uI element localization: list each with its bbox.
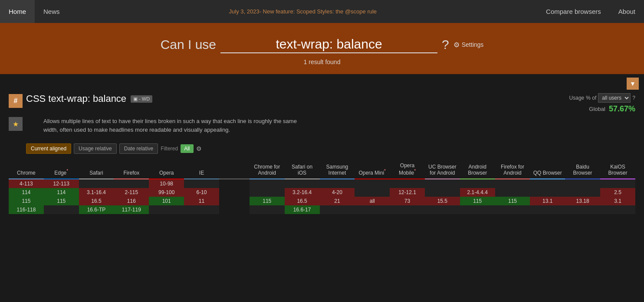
- table-cell[interactable]: 15.5: [425, 197, 460, 205]
- table-cell[interactable]: [460, 179, 495, 188]
- nav-home[interactable]: Home: [0, 0, 35, 23]
- table-cell[interactable]: 4-113: [9, 179, 44, 188]
- table-cell[interactable]: [600, 179, 635, 188]
- table-cell[interactable]: [460, 205, 495, 214]
- table-cell[interactable]: [565, 205, 600, 214]
- table-cell[interactable]: 101: [149, 197, 184, 205]
- table-cell[interactable]: [355, 179, 390, 188]
- usage-help-icon[interactable]: ?: [632, 95, 635, 101]
- table-cell[interactable]: [149, 205, 184, 214]
- table-settings-button[interactable]: ⚙: [196, 145, 202, 152]
- table-cell[interactable]: 21: [320, 197, 355, 205]
- table-cell[interactable]: [530, 188, 565, 197]
- table-cell[interactable]: [355, 188, 390, 197]
- table-cell[interactable]: 6-10: [184, 188, 219, 197]
- help-icon[interactable]: ?: [442, 37, 449, 52]
- th-uc-browser-for-android: UC Browserfor Android: [425, 161, 460, 179]
- table-cell[interactable]: 3.1-16.4: [79, 188, 114, 197]
- usage-label: Usage: [569, 95, 585, 101]
- table-cell[interactable]: [320, 205, 355, 214]
- table-cell[interactable]: 16.6-TP: [79, 205, 114, 214]
- table-cell[interactable]: 73: [390, 197, 425, 205]
- search-input[interactable]: [220, 36, 437, 53]
- table-cell[interactable]: [390, 205, 425, 214]
- table-cell[interactable]: 2.1-4.4.4: [460, 188, 495, 197]
- table-cell[interactable]: [495, 205, 530, 214]
- table-cell[interactable]: [530, 179, 565, 188]
- current-aligned-button[interactable]: Current aligned: [26, 143, 71, 154]
- hero-section: Can I use ? ⚙ Settings 1 result found: [0, 23, 644, 74]
- table-cell[interactable]: 3.2-16.4: [285, 188, 320, 197]
- cell-separator: [219, 205, 250, 214]
- date-relative-button[interactable]: Date relative: [119, 143, 158, 154]
- th-android-browser: AndroidBrowser: [460, 161, 495, 179]
- table-cell[interactable]: [114, 179, 149, 188]
- table-cell[interactable]: [425, 205, 460, 214]
- table-cell[interactable]: 16.5: [79, 197, 114, 205]
- th-opera: Opera: [149, 161, 184, 179]
- table-cell[interactable]: 114: [9, 188, 44, 197]
- table-cell[interactable]: [44, 205, 79, 214]
- table-cell[interactable]: [390, 179, 425, 188]
- table-cell[interactable]: 116: [114, 197, 149, 205]
- table-cell[interactable]: 114: [44, 188, 79, 197]
- table-cell[interactable]: [425, 179, 460, 188]
- th-chrome-for-android: Chrome forAndroid: [250, 161, 285, 179]
- table-cell[interactable]: 2-115: [114, 188, 149, 197]
- col-separator: [219, 161, 250, 179]
- global-label: Global: [589, 106, 605, 112]
- nav-news[interactable]: News: [35, 0, 69, 23]
- table-cell[interactable]: 12-113: [44, 179, 79, 188]
- table-cell[interactable]: 13.1: [530, 197, 565, 205]
- settings-button[interactable]: ⚙ Settings: [453, 41, 484, 49]
- th-qq-browser: QQ Browser: [530, 161, 565, 179]
- table-cell[interactable]: 16.6-17: [285, 205, 320, 214]
- table-cell[interactable]: [285, 179, 320, 188]
- table-cell[interactable]: [495, 179, 530, 188]
- table-cell[interactable]: 99-100: [149, 188, 184, 197]
- nav-compare[interactable]: Compare browsers: [537, 0, 610, 23]
- filter-button[interactable]: ▼: [627, 78, 639, 90]
- table-cell[interactable]: 115: [495, 197, 530, 205]
- table-cell[interactable]: 11: [184, 197, 219, 205]
- table-cell[interactable]: [250, 205, 285, 214]
- table-cell[interactable]: 117-119: [114, 205, 149, 214]
- table-row: 4-11312-11310-98: [9, 179, 635, 188]
- browser-table-wrapper: ChromeEdge*SafariFirefoxOperaIEChrome fo…: [9, 161, 635, 214]
- table-cell[interactable]: [425, 188, 460, 197]
- table-cell[interactable]: 2.5: [600, 188, 635, 197]
- filtered-label: Filtered: [161, 146, 178, 152]
- star-button[interactable]: ★: [9, 117, 23, 131]
- usage-relative-button[interactable]: Usage relative: [74, 143, 117, 154]
- hash-icon[interactable]: #: [9, 94, 23, 108]
- table-cell[interactable]: [530, 205, 565, 214]
- table-cell[interactable]: [495, 188, 530, 197]
- usage-area: Usage % of all users ? Global 57.67%: [569, 93, 635, 114]
- table-cell[interactable]: [565, 179, 600, 188]
- table-cell[interactable]: all: [355, 197, 390, 205]
- table-cell[interactable]: 4-20: [320, 188, 355, 197]
- table-cell[interactable]: 116-118: [9, 205, 44, 214]
- nav-about[interactable]: About: [610, 0, 644, 23]
- table-cell[interactable]: [184, 205, 219, 214]
- table-cell[interactable]: [184, 179, 219, 188]
- table-cell[interactable]: 10-98: [149, 179, 184, 188]
- users-select[interactable]: all users: [598, 93, 631, 103]
- table-cell[interactable]: [600, 205, 635, 214]
- table-cell[interactable]: [355, 205, 390, 214]
- table-cell[interactable]: 115: [9, 197, 44, 205]
- table-cell[interactable]: 115: [250, 197, 285, 205]
- feature-description: Allows multiple lines of text to have th…: [43, 117, 304, 134]
- table-cell[interactable]: [250, 179, 285, 188]
- table-cell[interactable]: 13.18: [565, 197, 600, 205]
- all-button[interactable]: All: [181, 144, 193, 153]
- table-cell[interactable]: [79, 179, 114, 188]
- table-cell[interactable]: 115: [44, 197, 79, 205]
- table-cell[interactable]: 3.1: [600, 197, 635, 205]
- table-cell[interactable]: 12-12.1: [390, 188, 425, 197]
- table-cell[interactable]: 115: [460, 197, 495, 205]
- table-cell[interactable]: [320, 179, 355, 188]
- table-cell[interactable]: [565, 188, 600, 197]
- table-cell[interactable]: 16.5: [285, 197, 320, 205]
- table-cell[interactable]: [250, 188, 285, 197]
